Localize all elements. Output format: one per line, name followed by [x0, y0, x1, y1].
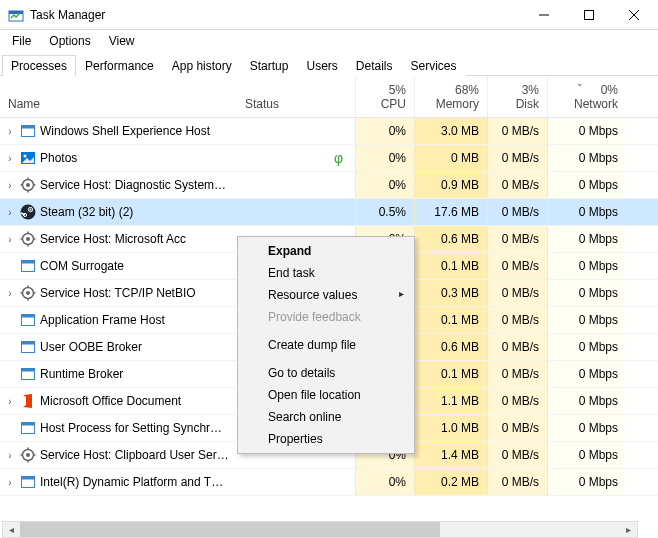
horizontal-scrollbar[interactable]: ◂ ▸: [2, 521, 638, 538]
process-name-cell[interactable]: ›Windows Shell Experience Host: [0, 118, 237, 144]
maximize-button[interactable]: [566, 0, 611, 29]
tab-app-history[interactable]: App history: [163, 55, 241, 76]
ctx-go-to-details[interactable]: Go to details: [240, 362, 412, 384]
process-name-cell[interactable]: ›Photos: [0, 145, 237, 171]
ctx-resource-values-label: Resource values: [268, 288, 357, 302]
header-name[interactable]: Name: [0, 76, 237, 117]
process-name-cell[interactable]: ›Service Host: Diagnostic System…: [0, 172, 237, 198]
process-row[interactable]: ›Service Host: Diagnostic System…0%0.9 M…: [0, 172, 658, 199]
chevron-right-icon: ▸: [399, 288, 404, 299]
menu-options[interactable]: Options: [41, 32, 98, 50]
app-icon: [20, 474, 36, 490]
photos-icon: [20, 150, 36, 166]
ctx-expand[interactable]: Expand: [240, 240, 412, 262]
header-disk-label: Disk: [516, 97, 539, 111]
process-name-label: Photos: [40, 151, 77, 165]
header-name-label: Name: [8, 97, 40, 111]
svg-point-31: [26, 291, 30, 295]
expander-icon[interactable]: ›: [4, 396, 16, 407]
ctx-properties[interactable]: Properties: [240, 428, 412, 450]
process-row[interactable]: ›Steam (32 bit) (2)0.5%17.6 MB0 MB/s0 Mb…: [0, 199, 658, 226]
tab-strip: Processes Performance App history Startu…: [0, 54, 658, 76]
tab-services[interactable]: Services: [402, 55, 466, 76]
process-name-label: Application Frame Host: [40, 313, 165, 327]
net-cell: 0 Mbps: [547, 280, 626, 306]
header-network[interactable]: 0% Network: [547, 76, 626, 117]
process-name-label: Windows Shell Experience Host: [40, 124, 210, 138]
expander-icon[interactable]: ›: [4, 153, 16, 164]
expander-icon[interactable]: ›: [4, 207, 16, 218]
process-row[interactable]: ›Photosφ0%0 MB0 MB/s0 Mbps: [0, 145, 658, 172]
tab-startup[interactable]: Startup: [241, 55, 298, 76]
minimize-button[interactable]: [521, 0, 566, 29]
tab-performance[interactable]: Performance: [76, 55, 163, 76]
ctx-provide-feedback: Provide feedback: [240, 306, 412, 328]
expander-icon[interactable]: ›: [4, 477, 16, 488]
tab-details[interactable]: Details: [347, 55, 402, 76]
scroll-right-button[interactable]: ▸: [620, 522, 637, 537]
process-name-label: Microsoft Office Document: [40, 394, 181, 408]
tab-processes[interactable]: Processes: [2, 55, 76, 76]
mem-cell: 0.6 MB: [414, 334, 487, 360]
svg-rect-52: [22, 477, 35, 480]
process-name-cell[interactable]: ›Intel(R) Dynamic Platform and T…: [0, 469, 237, 495]
mem-cell: 0.2 MB: [414, 469, 487, 495]
menu-file[interactable]: File: [4, 32, 39, 50]
process-row[interactable]: ›Intel(R) Dynamic Platform and T…0%0.2 M…: [0, 469, 658, 496]
expander-icon[interactable]: ›: [4, 234, 16, 245]
ctx-open-file-location[interactable]: Open file location: [240, 384, 412, 406]
process-name-cell[interactable]: ›Microsoft Office Document: [0, 388, 237, 414]
svg-rect-3: [584, 10, 593, 19]
process-name-cell[interactable]: ›Service Host: Clipboard User Ser…: [0, 442, 237, 468]
close-button[interactable]: [611, 0, 656, 29]
scroll-thumb[interactable]: [20, 522, 440, 537]
app-icon: [20, 366, 36, 382]
process-name-label: Runtime Broker: [40, 367, 123, 381]
process-name-label: Steam (32 bit) (2): [40, 205, 133, 219]
sort-chevron-icon: ⌄: [576, 78, 584, 88]
context-menu: Expand End task Resource values ▸ Provid…: [237, 236, 415, 454]
process-name-cell[interactable]: User OOBE Broker: [0, 334, 237, 360]
expander-icon[interactable]: ›: [4, 288, 16, 299]
header-memory[interactable]: 68% Memory: [414, 76, 487, 117]
expander-icon[interactable]: ›: [4, 126, 16, 137]
mem-cell: 0 MB: [414, 145, 487, 171]
expander-icon[interactable]: ›: [4, 450, 16, 461]
status-cell: [237, 199, 355, 225]
task-manager-icon: [8, 7, 24, 23]
cpu-cell: 0%: [355, 118, 414, 144]
expander-icon[interactable]: ›: [4, 180, 16, 191]
status-cell: [237, 172, 355, 198]
disk-cell: 0 MB/s: [487, 145, 547, 171]
process-name-label: COM Surrogate: [40, 259, 124, 273]
process-name-cell[interactable]: Runtime Broker: [0, 361, 237, 387]
header-network-label: Network: [574, 97, 618, 111]
ctx-resource-values[interactable]: Resource values ▸: [240, 284, 412, 306]
net-cell: 0 Mbps: [547, 469, 626, 495]
svg-point-23: [26, 237, 30, 241]
header-disk[interactable]: 3% Disk: [487, 76, 547, 117]
process-row[interactable]: ›Windows Shell Experience Host0%3.0 MB0 …: [0, 118, 658, 145]
app-icon: [20, 258, 36, 274]
disk-cell: 0 MB/s: [487, 253, 547, 279]
window-controls: [521, 0, 656, 29]
process-name-cell[interactable]: Host Process for Setting Synchr…: [0, 415, 237, 441]
process-name-cell[interactable]: COM Surrogate: [0, 253, 237, 279]
process-name-cell[interactable]: Application Frame Host: [0, 307, 237, 333]
disk-cell: 0 MB/s: [487, 361, 547, 387]
ctx-end-task[interactable]: End task: [240, 262, 412, 284]
cpu-cell: 0%: [355, 469, 414, 495]
header-cpu[interactable]: 5% CPU: [355, 76, 414, 117]
svg-rect-29: [22, 261, 35, 264]
tab-users[interactable]: Users: [297, 55, 346, 76]
scroll-left-button[interactable]: ◂: [3, 522, 20, 537]
steam-icon: [20, 204, 36, 220]
menu-view[interactable]: View: [101, 32, 143, 50]
ctx-search-online[interactable]: Search online: [240, 406, 412, 428]
process-name-cell[interactable]: ›Service Host: TCP/IP NetBIO: [0, 280, 237, 306]
process-name-cell[interactable]: ›Service Host: Microsoft Acc: [0, 226, 237, 252]
net-cell: 0 Mbps: [547, 226, 626, 252]
process-name-cell[interactable]: ›Steam (32 bit) (2): [0, 199, 237, 225]
header-status[interactable]: Status: [237, 76, 355, 117]
ctx-create-dump[interactable]: Create dump file: [240, 334, 412, 356]
